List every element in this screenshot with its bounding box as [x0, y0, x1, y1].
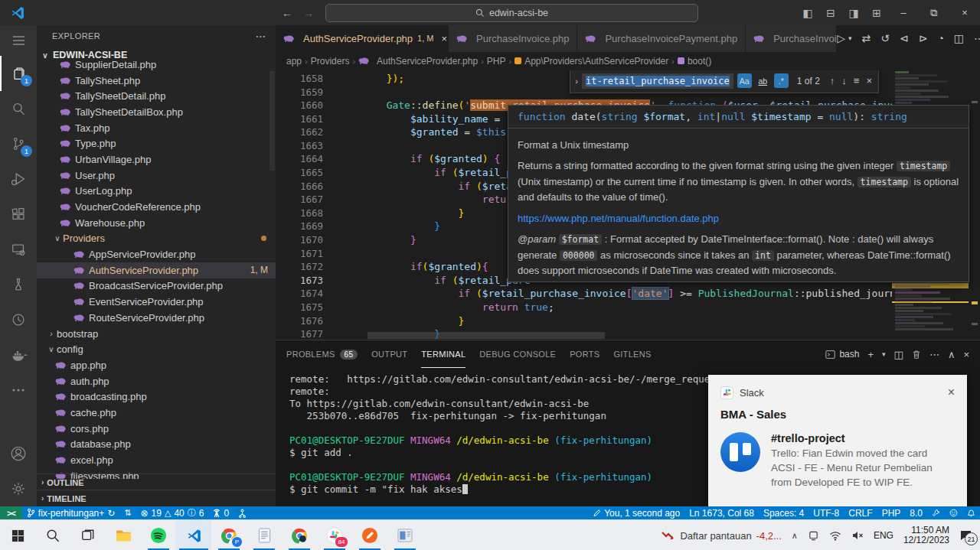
menu-icon[interactable] [0, 25, 37, 56]
chrome-app[interactable] [282, 520, 317, 550]
tree-item-TallySheet.php[interactable]: TallySheet.php [37, 73, 276, 89]
tree-item-Warehouse.php[interactable]: Warehouse.php [37, 215, 276, 231]
search-icon[interactable] [0, 91, 37, 126]
close-button[interactable]: × [949, 0, 980, 25]
start-button[interactable] [0, 520, 35, 550]
notepad-app[interactable] [247, 520, 282, 550]
breadcrumb-item[interactable]: App\Providers\AuthServiceProvider [514, 56, 668, 67]
code-editor[interactable]: 1658 });16591660 Gate::define('submit-re… [276, 70, 980, 340]
cursor-position[interactable]: Ln 1673, Col 68 [684, 506, 759, 519]
split-terminal-icon[interactable]: ◫ [894, 349, 903, 360]
news-widget[interactable]: Daftar pantauan -4,2... [662, 530, 781, 542]
explorer-icon[interactable]: 1 [0, 56, 37, 91]
tree-item-BroadcastServiceProvider.php[interactable]: BroadcastServiceProvider.php [37, 278, 276, 295]
tree-item-VoucherCodeReference.php[interactable]: VoucherCodeReference.php [37, 199, 276, 215]
php-version[interactable]: 8.0 [905, 506, 927, 519]
nav-forward-icon[interactable]: → [303, 7, 314, 19]
indentation-indicator[interactable]: Spaces: 4 [759, 506, 808, 519]
tree-item-database.php[interactable]: database.php [37, 437, 276, 453]
tree-item-excel.php[interactable]: excel.php [37, 452, 276, 468]
ports-indicator[interactable]: 0 [208, 506, 234, 519]
toggle-secondary-sidebar-icon[interactable]: ◨ [842, 0, 865, 25]
tree-item-User.php[interactable]: User.php [37, 168, 276, 184]
phone-link-icon[interactable] [808, 530, 819, 542]
eol-indicator[interactable]: CRLF [844, 506, 877, 519]
file-history-icon[interactable]: ◔ [937, 32, 943, 44]
more-actions-icon[interactable]: ⋯ [974, 32, 980, 44]
chrome-profile-app[interactable]: P [211, 520, 247, 550]
tree-item-UrbanVillage.php[interactable]: UrbanVillage.php [37, 151, 276, 168]
sidebar-scrollbar[interactable] [270, 71, 275, 171]
command-center-search[interactable]: edwin-acsi-be [325, 4, 698, 22]
tab-close-icon[interactable]: × [442, 33, 448, 44]
wrench-icon[interactable] [927, 506, 945, 519]
window-app[interactable] [387, 520, 423, 550]
timeline-section[interactable]: ›TIMELINE [37, 490, 276, 506]
tree-folder-config[interactable]: ∨config [37, 341, 276, 357]
tree-folder-bootstrap[interactable]: ›bootstrap [37, 326, 276, 342]
tab-PurchaseInvoic[interactable]: PurchaseInvoic [746, 25, 837, 52]
testing-icon[interactable] [0, 267, 37, 302]
customize-layout-icon[interactable]: ⊞ [865, 0, 888, 25]
split-editor-icon[interactable]: ◫ [954, 32, 964, 44]
panel-tab-output[interactable]: OUTPUT [371, 340, 407, 368]
terminal-dropdown-icon[interactable]: ▾ [882, 350, 886, 358]
run-debug-icon[interactable] [0, 161, 37, 197]
panel-tab-terminal[interactable]: TERMINAL [421, 340, 466, 368]
compare-changes-icon[interactable]: ⇄ [861, 32, 871, 44]
tree-item-AppServiceProvider.php[interactable]: AppServiceProvider.php [37, 246, 276, 262]
panel-tab-ports[interactable]: PORTS [570, 340, 599, 368]
file-explorer-app[interactable] [106, 520, 141, 550]
volume-muted-icon[interactable] [851, 530, 864, 541]
breadcrumb-item[interactable]: Providers [311, 56, 350, 67]
whole-word-toggle[interactable]: ab [756, 73, 770, 88]
outline-section[interactable]: ›OUTLINE [37, 474, 276, 490]
tree-item-Tax.php[interactable]: Tax.php [37, 120, 276, 136]
slack-notification[interactable]: Slack × BMA - Sales #trello-project Trel… [708, 375, 967, 507]
breadcrumb-item[interactable]: app [286, 56, 302, 67]
tree-item-Type.php[interactable]: Type.php [37, 135, 276, 151]
code-line-1676[interactable]: 1676 } [276, 314, 980, 328]
branch-indicator[interactable]: fix-perhitungan+ ↻ [22, 506, 119, 519]
notification-center-button[interactable]: 21 [959, 529, 972, 542]
tree-item-TallySheetDetailBox.php[interactable]: TallySheetDetailBox.php [37, 104, 276, 120]
breadcrumb-item[interactable]: PHP [487, 56, 506, 67]
source-control-icon[interactable]: 1 [0, 126, 37, 161]
tree-item-broadcasting.php[interactable]: broadcasting.php [37, 389, 276, 405]
tab-PurchaseInvoicePayment.php[interactable]: PurchaseInvoicePayment.php [577, 25, 746, 52]
language-mode[interactable]: PHP [877, 506, 906, 519]
bell-icon[interactable] [962, 506, 980, 519]
minimize-button[interactable]: – [888, 0, 919, 25]
find-toggle-replace-icon[interactable]: › [575, 76, 578, 86]
panel-tab-problems[interactable]: PROBLEMS65 [286, 340, 358, 368]
task-view-button[interactable] [70, 520, 106, 550]
tree-item-AuthServiceProvider.php[interactable]: AuthServiceProvider.php1, M [37, 262, 276, 278]
more-views-icon[interactable] [0, 373, 37, 408]
next-change-icon[interactable]: ⊳ [919, 32, 928, 44]
sync-changes-icon[interactable]: ↻ [107, 508, 115, 519]
maximize-panel-icon[interactable]: ∧ [948, 349, 956, 360]
account-icon[interactable] [0, 436, 37, 471]
tree-item-SupplierDetail.php[interactable]: SupplierDetail.php [37, 57, 276, 73]
gitlens-icon[interactable] [0, 302, 37, 337]
find-close-icon[interactable]: × [866, 75, 872, 86]
kill-terminal-icon[interactable] [912, 350, 921, 360]
match-case-toggle[interactable]: Aa [737, 73, 752, 88]
language-indicator[interactable]: ENG [874, 530, 893, 541]
find-input[interactable]: it-retail_purchase_invoice [582, 73, 733, 89]
run-button[interactable]: ▷ [837, 32, 845, 44]
extensions-icon[interactable] [0, 197, 37, 232]
find-previous-icon[interactable]: ↑ [830, 75, 835, 86]
tree-item-RouteServiceProvider.php[interactable]: RouteServiceProvider.php [37, 310, 276, 326]
panel-tab-debug-console[interactable]: DEBUG CONSOLE [479, 340, 556, 368]
tree-folder-Providers[interactable]: ∨Providers [37, 231, 276, 247]
encoding-indicator[interactable]: UTF-8 [808, 506, 844, 519]
tree-item-UserLog.php[interactable]: UserLog.php [37, 184, 276, 200]
breadcrumb-item[interactable]: AuthServiceProvider.php [358, 56, 478, 67]
hidden-icons-chevron[interactable]: ∧ [792, 531, 798, 541]
workflow-icon[interactable] [234, 506, 251, 519]
toggle-panel-icon[interactable]: ⊟ [819, 0, 842, 25]
terminal-shell-selector[interactable]: bash [825, 349, 859, 360]
panel-tab-gitlens[interactable]: GITLENS [613, 340, 651, 368]
tree-item-app.php[interactable]: app.php [37, 357, 276, 373]
